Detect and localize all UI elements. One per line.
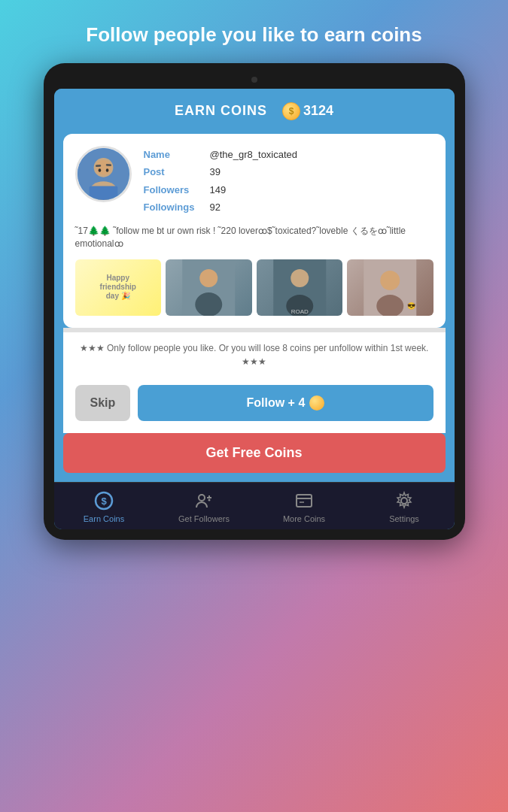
svg-point-11: [195, 292, 222, 316]
coin-badge: $ 3124: [282, 102, 333, 120]
earn-coins-icon: $: [93, 490, 114, 511]
coin-count: 3124: [303, 103, 333, 119]
get-followers-nav-label: Get Followers: [178, 514, 230, 523]
warning-text: ★★★ Only follow people you like. Or you …: [75, 341, 433, 368]
profile-card: Name @the_gr8_toxicated Post 39 Follower…: [63, 134, 446, 328]
get-free-coins-button[interactable]: Get Free Coins: [63, 433, 446, 473]
svg-rect-26: [297, 495, 312, 507]
more-coins-nav-label: More Coins: [283, 514, 325, 523]
svg-rect-3: [89, 186, 117, 199]
svg-point-17: [380, 271, 400, 290]
svg-point-7: [98, 168, 101, 172]
svg-point-4: [96, 159, 111, 174]
name-label: Name: [144, 146, 204, 163]
svg-text:$: $: [101, 495, 107, 507]
profile-img-3: ROAD: [257, 259, 343, 316]
svg-point-22: [199, 495, 205, 501]
avatar: [75, 146, 132, 202]
tablet-camera: [251, 77, 257, 83]
earn-coins-nav-label: Earn Coins: [84, 514, 124, 523]
post-label: Post: [144, 163, 204, 180]
svg-point-10: [199, 269, 217, 287]
profile-img-4: 😎: [347, 259, 433, 316]
svg-point-13: [291, 269, 309, 287]
get-followers-icon: [193, 490, 214, 511]
avatar-image: [78, 146, 129, 202]
svg-point-8: [105, 168, 108, 172]
nav-item-more-coins[interactable]: More Coins: [254, 483, 354, 529]
warning-section: ★★★ Only follow people you like. Or you …: [63, 332, 446, 377]
bottom-nav: $ Earn Coins Get Followers: [54, 482, 455, 529]
nav-item-earn-coins[interactable]: $ Earn Coins: [54, 483, 154, 529]
post-value: 39: [210, 163, 221, 180]
tablet-screen: EARN COINS $ 3124: [54, 89, 455, 529]
followers-value: 149: [210, 181, 227, 198]
earn-coins-title: EARN COINS: [175, 103, 267, 119]
svg-point-29: [401, 498, 407, 504]
follow-label: Follow + 4: [247, 396, 306, 410]
action-section: Skip Follow + 4: [63, 377, 446, 433]
tablet-device: EARN COINS $ 3124: [44, 63, 465, 540]
coin-icon: $: [282, 102, 300, 120]
followings-value: 92: [210, 198, 221, 216]
profile-top: Name @the_gr8_toxicated Post 39 Follower…: [75, 146, 433, 217]
screen-header: EARN COINS $ 3124: [54, 89, 455, 134]
svg-text:ROAD: ROAD: [291, 308, 308, 315]
more-coins-icon: [294, 490, 315, 511]
followings-label: Followings: [144, 198, 204, 216]
follow-button[interactable]: Follow + 4: [138, 385, 433, 421]
header-title: Follow people you like to earn coins: [56, 0, 452, 63]
svg-point-23: [208, 498, 211, 501]
nav-item-get-followers[interactable]: Get Followers: [154, 483, 254, 529]
profile-img-1: Happyfriendshipday 🎉: [75, 259, 162, 316]
svg-text:😎: 😎: [407, 301, 416, 311]
followers-label: Followers: [144, 181, 204, 198]
profile-images: Happyfriendshipday 🎉 ROAD: [75, 259, 433, 316]
skip-button[interactable]: Skip: [75, 385, 131, 421]
settings-nav-label: Settings: [389, 514, 419, 523]
settings-icon: [394, 490, 415, 511]
profile-img-2: [166, 259, 252, 316]
profile-bio: ˜17🌲🌲 ˜follow me bt ur own risk ! ˜220 l…: [75, 225, 433, 250]
follow-coin-icon: [309, 395, 324, 411]
profile-info: Name @the_gr8_toxicated Post 39 Follower…: [144, 146, 433, 217]
nav-item-settings[interactable]: Settings: [354, 483, 455, 529]
name-value: @the_gr8_toxicated: [210, 146, 298, 163]
